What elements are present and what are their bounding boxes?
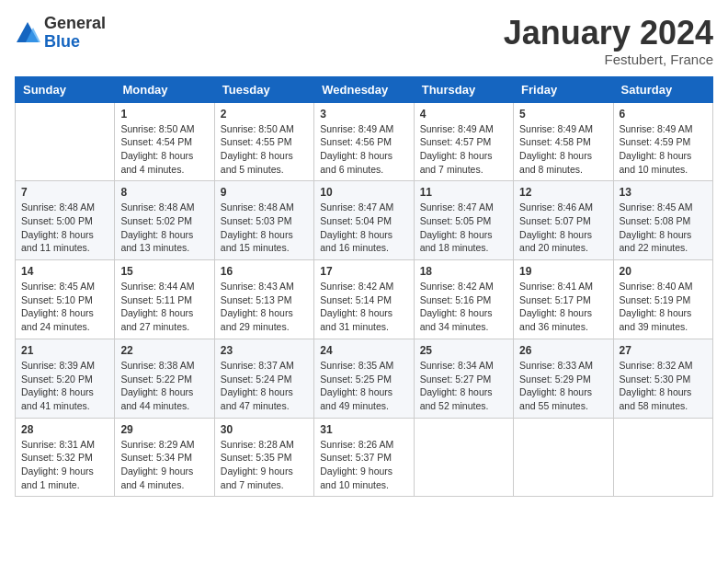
- day-detail: Sunrise: 8:32 AMSunset: 5:30 PMDaylight:…: [620, 359, 707, 413]
- calendar: SundayMondayTuesdayWednesdayThursdayFrid…: [15, 76, 713, 498]
- day-number: 4: [420, 108, 507, 121]
- day-number: 26: [519, 344, 607, 357]
- week-row-4: 21Sunrise: 8:39 AMSunset: 5:20 PMDayligh…: [16, 339, 713, 418]
- day-detail: Sunrise: 8:48 AMSunset: 5:02 PMDaylight:…: [120, 201, 208, 255]
- day-cell: 15Sunrise: 8:44 AMSunset: 5:11 PMDayligh…: [115, 260, 214, 339]
- day-number: 11: [420, 186, 507, 199]
- day-cell: 13Sunrise: 8:45 AMSunset: 5:08 PMDayligh…: [613, 181, 712, 260]
- weekday-header: SundayMondayTuesdayWednesdayThursdayFrid…: [16, 76, 713, 102]
- weekday-wednesday: Wednesday: [314, 76, 414, 102]
- day-cell: 8Sunrise: 8:48 AMSunset: 5:02 PMDaylight…: [115, 181, 214, 260]
- day-cell: 26Sunrise: 8:33 AMSunset: 5:29 PMDayligh…: [514, 339, 613, 418]
- day-number: 12: [519, 186, 607, 199]
- day-cell: 17Sunrise: 8:42 AMSunset: 5:14 PMDayligh…: [314, 260, 414, 339]
- weekday-tuesday: Tuesday: [214, 76, 313, 102]
- day-detail: Sunrise: 8:40 AMSunset: 5:19 PMDaylight:…: [620, 280, 707, 334]
- day-cell: 6Sunrise: 8:49 AMSunset: 4:59 PMDaylight…: [613, 102, 712, 181]
- day-detail: Sunrise: 8:43 AMSunset: 5:13 PMDaylight:…: [221, 280, 308, 334]
- day-number: 28: [21, 423, 108, 436]
- logo-icon: [15, 20, 40, 46]
- day-detail: Sunrise: 8:45 AMSunset: 5:10 PMDaylight:…: [21, 280, 108, 334]
- day-detail: Sunrise: 8:49 AMSunset: 4:58 PMDaylight:…: [519, 122, 607, 177]
- day-detail: Sunrise: 8:50 AMSunset: 4:54 PMDaylight:…: [120, 122, 208, 177]
- day-cell: [16, 102, 115, 181]
- day-number: 10: [320, 186, 407, 199]
- day-detail: Sunrise: 8:41 AMSunset: 5:17 PMDaylight:…: [519, 280, 607, 334]
- day-number: 30: [221, 423, 308, 436]
- day-number: 5: [519, 108, 607, 121]
- day-detail: Sunrise: 8:35 AMSunset: 5:25 PMDaylight:…: [320, 359, 407, 413]
- day-number: 13: [620, 186, 707, 199]
- day-number: 15: [120, 265, 208, 278]
- day-number: 31: [320, 423, 407, 436]
- logo-general: General: [44, 15, 106, 33]
- weekday-friday: Friday: [514, 76, 613, 102]
- week-row-3: 14Sunrise: 8:45 AMSunset: 5:10 PMDayligh…: [16, 260, 713, 339]
- day-cell: 9Sunrise: 8:48 AMSunset: 5:03 PMDaylight…: [214, 181, 313, 260]
- day-number: 1: [120, 108, 208, 121]
- day-cell: 28Sunrise: 8:31 AMSunset: 5:32 PMDayligh…: [16, 418, 115, 497]
- day-cell: 18Sunrise: 8:42 AMSunset: 5:16 PMDayligh…: [414, 260, 513, 339]
- day-detail: Sunrise: 8:38 AMSunset: 5:22 PMDaylight:…: [120, 359, 208, 413]
- day-cell: 16Sunrise: 8:43 AMSunset: 5:13 PMDayligh…: [214, 260, 313, 339]
- day-cell: 5Sunrise: 8:49 AMSunset: 4:58 PMDaylight…: [514, 102, 613, 181]
- day-number: 8: [120, 186, 208, 199]
- weekday-thursday: Thursday: [414, 76, 513, 102]
- day-number: 6: [620, 108, 707, 121]
- day-detail: Sunrise: 8:49 AMSunset: 4:59 PMDaylight:…: [620, 122, 707, 177]
- day-cell: 14Sunrise: 8:45 AMSunset: 5:10 PMDayligh…: [16, 260, 115, 339]
- day-number: 14: [21, 265, 108, 278]
- day-detail: Sunrise: 8:46 AMSunset: 5:07 PMDaylight:…: [519, 201, 607, 255]
- day-cell: 11Sunrise: 8:47 AMSunset: 5:05 PMDayligh…: [414, 181, 513, 260]
- weekday-saturday: Saturday: [613, 76, 712, 102]
- day-cell: 7Sunrise: 8:48 AMSunset: 5:00 PMDaylight…: [16, 181, 115, 260]
- day-number: 24: [320, 344, 407, 357]
- day-cell: [613, 418, 712, 497]
- day-cell: 30Sunrise: 8:28 AMSunset: 5:35 PMDayligh…: [214, 418, 313, 497]
- day-cell: 25Sunrise: 8:34 AMSunset: 5:27 PMDayligh…: [414, 339, 513, 418]
- day-detail: Sunrise: 8:31 AMSunset: 5:32 PMDaylight:…: [21, 438, 108, 492]
- day-number: 3: [320, 108, 407, 121]
- day-detail: Sunrise: 8:37 AMSunset: 5:24 PMDaylight:…: [221, 359, 308, 413]
- day-detail: Sunrise: 8:50 AMSunset: 4:55 PMDaylight:…: [221, 122, 308, 177]
- day-cell: 10Sunrise: 8:47 AMSunset: 5:04 PMDayligh…: [314, 181, 414, 260]
- logo-blue: Blue: [44, 33, 106, 52]
- day-number: 23: [221, 344, 308, 357]
- day-detail: Sunrise: 8:28 AMSunset: 5:35 PMDaylight:…: [221, 438, 308, 492]
- day-detail: Sunrise: 8:49 AMSunset: 4:56 PMDaylight:…: [320, 122, 407, 177]
- day-detail: Sunrise: 8:49 AMSunset: 4:57 PMDaylight:…: [420, 122, 507, 177]
- day-cell: 31Sunrise: 8:26 AMSunset: 5:37 PMDayligh…: [314, 418, 414, 497]
- day-detail: Sunrise: 8:47 AMSunset: 5:04 PMDaylight:…: [320, 201, 407, 255]
- day-number: 20: [620, 265, 707, 278]
- header: General Blue January 2024 Festubert, Fra…: [15, 15, 713, 67]
- day-detail: Sunrise: 8:45 AMSunset: 5:08 PMDaylight:…: [620, 201, 707, 255]
- week-row-5: 28Sunrise: 8:31 AMSunset: 5:32 PMDayligh…: [16, 418, 713, 497]
- week-row-1: 1Sunrise: 8:50 AMSunset: 4:54 PMDaylight…: [16, 102, 713, 181]
- day-cell: 27Sunrise: 8:32 AMSunset: 5:30 PMDayligh…: [613, 339, 712, 418]
- day-cell: 4Sunrise: 8:49 AMSunset: 4:57 PMDaylight…: [414, 102, 513, 181]
- day-number: 17: [320, 265, 407, 278]
- day-cell: 12Sunrise: 8:46 AMSunset: 5:07 PMDayligh…: [514, 181, 613, 260]
- day-number: 18: [420, 265, 507, 278]
- logo: General Blue: [15, 15, 106, 52]
- weekday-monday: Monday: [115, 76, 214, 102]
- day-detail: Sunrise: 8:39 AMSunset: 5:20 PMDaylight:…: [21, 359, 108, 413]
- day-detail: Sunrise: 8:42 AMSunset: 5:16 PMDaylight:…: [420, 280, 507, 334]
- day-detail: Sunrise: 8:44 AMSunset: 5:11 PMDaylight:…: [120, 280, 208, 334]
- day-cell: 3Sunrise: 8:49 AMSunset: 4:56 PMDaylight…: [314, 102, 414, 181]
- day-cell: 29Sunrise: 8:29 AMSunset: 5:34 PMDayligh…: [115, 418, 214, 497]
- location: Festubert, France: [504, 52, 713, 67]
- day-detail: Sunrise: 8:26 AMSunset: 5:37 PMDaylight:…: [320, 438, 407, 492]
- day-number: 9: [221, 186, 308, 199]
- day-cell: 23Sunrise: 8:37 AMSunset: 5:24 PMDayligh…: [214, 339, 313, 418]
- day-number: 29: [120, 423, 208, 436]
- day-number: 16: [221, 265, 308, 278]
- calendar-body: 1Sunrise: 8:50 AMSunset: 4:54 PMDaylight…: [16, 102, 713, 497]
- week-row-2: 7Sunrise: 8:48 AMSunset: 5:00 PMDaylight…: [16, 181, 713, 260]
- day-cell: 19Sunrise: 8:41 AMSunset: 5:17 PMDayligh…: [514, 260, 613, 339]
- day-cell: 20Sunrise: 8:40 AMSunset: 5:19 PMDayligh…: [613, 260, 712, 339]
- day-cell: 2Sunrise: 8:50 AMSunset: 4:55 PMDaylight…: [214, 102, 313, 181]
- day-number: 19: [519, 265, 607, 278]
- day-cell: 1Sunrise: 8:50 AMSunset: 4:54 PMDaylight…: [115, 102, 214, 181]
- day-number: 25: [420, 344, 507, 357]
